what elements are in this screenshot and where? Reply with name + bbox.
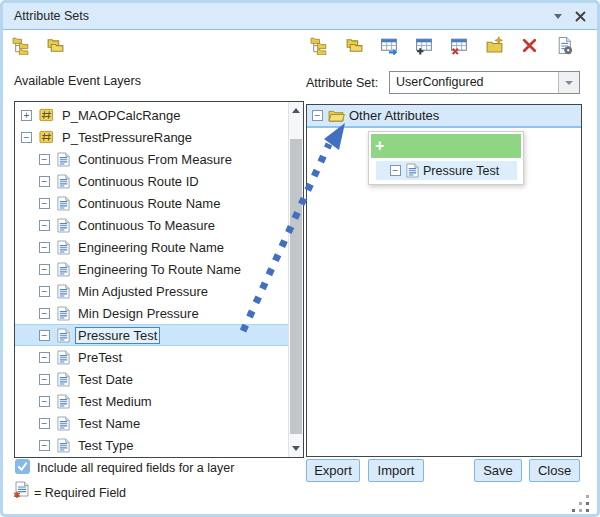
tree-item-label: Pressure Test <box>75 327 160 344</box>
expand-toggle[interactable]: − <box>39 264 50 275</box>
tree-item-label: Continuous Route ID <box>75 173 202 190</box>
tree-item[interactable]: − P_TestPressureRange <box>15 126 288 148</box>
tree-item-label: Test Date <box>75 371 136 388</box>
tree-item[interactable]: − Continuous Route Name <box>15 192 288 214</box>
open-folder-icon[interactable] <box>345 36 364 55</box>
field-icon <box>406 163 419 178</box>
tree-item-label: Test Type <box>75 437 136 454</box>
tree-item[interactable]: + P_MAOPCalcRange <box>15 104 288 126</box>
tree-item[interactable]: − Engineering Route Name <box>15 236 288 258</box>
include-required-label: Include all required fields for a layer <box>37 461 234 475</box>
open-folder-icon[interactable] <box>46 36 65 55</box>
expand-toggle[interactable]: − <box>39 176 50 187</box>
chevron-down-icon <box>565 81 573 85</box>
layer-tree-icon[interactable] <box>12 36 31 55</box>
attribute-set-value: UserConfigured <box>396 72 484 92</box>
field-icon <box>57 328 70 343</box>
minimize-button[interactable] <box>549 8 567 25</box>
import-button[interactable]: Import <box>368 459 424 482</box>
dropdown-button[interactable] <box>558 72 579 93</box>
expand-toggle[interactable]: − <box>39 352 50 363</box>
dragged-item: − Pressure Test <box>376 161 517 180</box>
delete-icon[interactable] <box>520 36 539 55</box>
field-icon <box>57 372 70 387</box>
toolbar-right <box>310 36 574 55</box>
expand-toggle[interactable]: − <box>39 286 50 297</box>
tree-item[interactable]: − Continuous Route ID <box>15 170 288 192</box>
scrollbar-thumb[interactable] <box>290 139 302 434</box>
tree-item-label: Engineering Route Name <box>75 239 227 256</box>
field-icon <box>57 438 70 453</box>
tree-item-label: Test Medium <box>75 393 155 410</box>
save-button[interactable]: Save <box>474 459 522 482</box>
title-bar[interactable]: Attribute Sets <box>3 3 597 30</box>
layer-icon <box>39 108 54 122</box>
close-action-button[interactable]: Close <box>529 459 580 482</box>
export-button[interactable]: Export <box>306 459 360 482</box>
field-icon <box>57 262 70 277</box>
tree-item[interactable]: − Test Date <box>15 368 288 390</box>
expand-toggle[interactable]: − <box>39 154 50 165</box>
tree-item[interactable]: − Continuous From Measure <box>15 148 288 170</box>
drag-preview: + − Pressure Test <box>368 131 524 185</box>
other-attributes-node[interactable]: − Other Attributes <box>307 105 581 128</box>
include-required-checkbox[interactable] <box>15 459 30 474</box>
expand-toggle[interactable]: − <box>39 374 50 385</box>
table-arrow-icon[interactable] <box>380 36 399 55</box>
field-icon <box>57 284 70 299</box>
tree-item[interactable]: − Min Design Pressure <box>15 302 288 324</box>
table-remove-icon[interactable] <box>450 36 469 55</box>
tree-scrollbar[interactable] <box>288 102 303 457</box>
expand-toggle[interactable]: − <box>39 242 50 253</box>
drop-indicator: + <box>371 134 521 158</box>
table-add-icon[interactable] <box>415 36 434 55</box>
window-title: Attribute Sets <box>14 3 89 29</box>
tree-item[interactable]: − Min Adjusted Pressure <box>15 280 288 302</box>
attribute-set-label: Attribute Set: <box>306 76 378 90</box>
expand-toggle[interactable]: − <box>21 132 32 143</box>
layer-tree: + P_MAOPCalcRange− P_TestPressureRange− … <box>15 102 288 457</box>
tree-item-label: Min Design Pressure <box>75 305 202 322</box>
layer-tree-icon[interactable] <box>310 36 329 55</box>
scroll-up-button[interactable] <box>289 103 303 118</box>
tree-item-label: PreTest <box>75 349 125 366</box>
tree-item[interactable]: − Test Name <box>15 412 288 434</box>
tree-item-label: Min Adjusted Pressure <box>75 283 211 300</box>
expand-toggle[interactable]: − <box>39 440 50 451</box>
expand-toggle[interactable]: − <box>39 198 50 209</box>
open-folder-icon <box>328 109 345 122</box>
tree-item[interactable]: − Pressure Test <box>15 324 288 346</box>
field-icon <box>57 350 70 365</box>
tree-item[interactable]: − Test Medium <box>15 390 288 412</box>
field-icon <box>57 306 70 321</box>
expand-toggle[interactable]: + <box>21 110 32 121</box>
attribute-set-select[interactable]: UserConfigured <box>389 71 580 94</box>
field-icon <box>57 394 70 409</box>
expand-toggle[interactable]: − <box>39 330 50 341</box>
close-button[interactable] <box>571 8 589 25</box>
expand-toggle[interactable]: − <box>39 308 50 319</box>
new-folder-icon[interactable] <box>485 36 504 55</box>
field-icon <box>57 152 70 167</box>
required-field-icon <box>13 481 29 503</box>
expand-toggle[interactable]: − <box>39 396 50 407</box>
caret-down-icon <box>554 14 562 19</box>
expand-toggle[interactable]: − <box>39 418 50 429</box>
toolbar-left <box>12 36 65 55</box>
field-icon <box>57 416 70 431</box>
tree-item-label: P_MAOPCalcRange <box>59 107 184 124</box>
page-gear-icon[interactable] <box>555 36 574 55</box>
available-layers-label: Available Event Layers <box>14 74 141 88</box>
collapse-toggle[interactable]: − <box>312 110 323 121</box>
field-icon <box>57 218 70 233</box>
tree-item[interactable]: − PreTest <box>15 346 288 368</box>
tree-item[interactable]: − Engineering To Route Name <box>15 258 288 280</box>
triangle-down-icon <box>292 446 300 451</box>
expand-toggle[interactable]: − <box>39 220 50 231</box>
tree-item[interactable]: − Test Type <box>15 434 288 456</box>
tree-item[interactable]: − Continuous To Measure <box>15 214 288 236</box>
collapse-toggle: − <box>390 165 401 176</box>
checkmark-icon <box>16 460 29 473</box>
attribute-sets-dialog: Attribute Sets Available Event Layers <box>0 0 600 517</box>
scroll-down-button[interactable] <box>289 441 303 456</box>
